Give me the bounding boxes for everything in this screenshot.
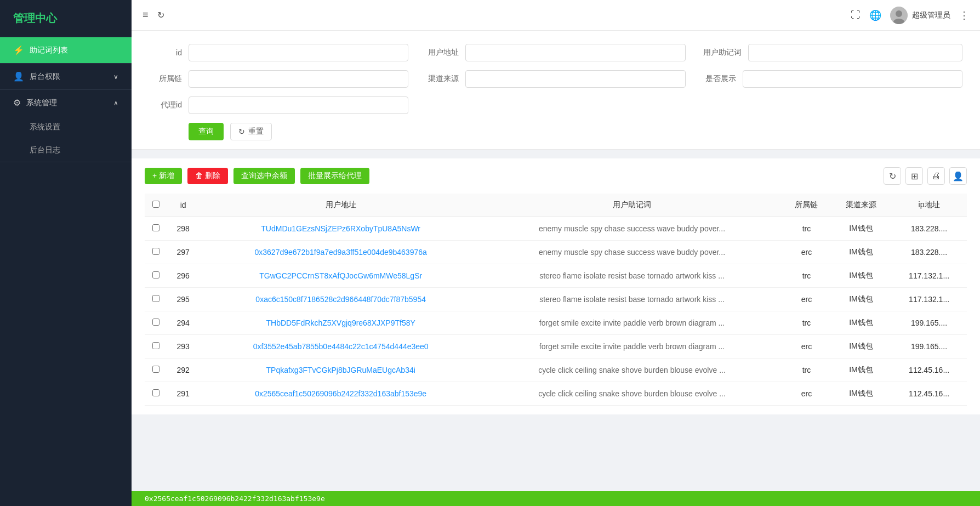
topbar-left: ≡ ↻ (143, 9, 164, 21)
sidebar-group-permission: 👤 后台权限 ∨ (0, 64, 132, 90)
row-chain-4: trc (782, 311, 831, 335)
address-link-7[interactable]: 0x2565ceaf1c50269096b2422f332d163abf153e… (255, 389, 426, 398)
filter-input-chain[interactable] (189, 70, 408, 88)
gear-icon: ⚙ (13, 98, 21, 108)
row-mnemonic-0: enemy muscle spy chase success wave budd… (482, 217, 782, 241)
row-select-checkbox-4[interactable] (152, 319, 159, 326)
row-select-checkbox-2[interactable] (152, 271, 159, 278)
address-link-4[interactable]: THbDD5FdRkchZ5XVgjq9re68XJXP9Tf58Y (266, 319, 415, 327)
row-mnemonic-5: forget smile excite invite paddle verb b… (482, 335, 782, 359)
delete-button[interactable]: 🗑 删除 (187, 168, 228, 184)
filter-row-id: id (149, 44, 408, 61)
row-id-2: 296 (167, 264, 200, 288)
row-mnemonic-7: cycle click ceiling snake shove burden b… (482, 382, 782, 406)
reset-button[interactable]: ↻ 重置 (230, 123, 272, 140)
filter-label-id: id (149, 48, 182, 57)
filter-input-channel[interactable] (465, 70, 685, 88)
address-link-0[interactable]: TUdMDu1GEzsNSjZEPz6RXobyTpU8A5NsWr (261, 224, 420, 233)
filter-label-agent-id: 代理id (149, 100, 182, 110)
more-icon[interactable]: ⋮ (959, 9, 969, 21)
sidebar-item-backend-permission[interactable]: 👤 后台权限 ∨ (0, 64, 132, 89)
row-address-2[interactable]: TGwGC2PCCrnST8xAfQJocGw6mMWe58LgSr (200, 264, 482, 288)
user-icon: 👤 (13, 71, 24, 82)
export-icon: 👤 (953, 171, 964, 181)
row-select-checkbox-5[interactable] (152, 342, 159, 349)
row-ip-2: 117.132.1... (891, 264, 967, 288)
header-id: id (167, 194, 200, 217)
row-address-7[interactable]: 0x2565ceaf1c50269096b2422f332d163abf153e… (200, 382, 482, 406)
row-address-5[interactable]: 0xf3552e45ab7855b0e4484c22c1c4754d444e3e… (200, 335, 482, 359)
filter-input-show-status[interactable] (743, 70, 962, 88)
sidebar-item-label: 后台权限 (30, 72, 60, 82)
menu-icon[interactable]: ≡ (143, 9, 149, 21)
row-chain-1: erc (782, 241, 831, 264)
toolbar-export-button[interactable]: 👤 (949, 167, 967, 185)
row-select-checkbox-3[interactable] (152, 295, 159, 302)
row-channel-6: IM钱包 (831, 359, 891, 382)
address-link-2[interactable]: TGwGC2PCCrnST8xAfQJocGw6mMWe58LgSr (259, 271, 422, 280)
row-channel-4: IM钱包 (831, 311, 891, 335)
header-ip: ip地址 (891, 194, 967, 217)
table-row: 296 TGwGC2PCCrnST8xAfQJocGw6mMWe58LgSr s… (145, 264, 967, 288)
row-address-0[interactable]: TUdMDu1GEzsNSjZEPz6RXobyTpU8A5NsWr (200, 217, 482, 241)
row-id-4: 294 (167, 311, 200, 335)
sidebar-item-system-settings[interactable]: 系统设置 (0, 116, 132, 139)
filter-row-channel: 渠道来源 (426, 70, 685, 88)
topbar-right: ⛶ 🌐 超级管理员 ⋮ (851, 7, 969, 24)
sidebar-group-mnemonic: ⚡ 助记词列表 (0, 37, 132, 64)
row-address-1[interactable]: 0x3627d9e672b1f9a7ed9a3ff51e004de9b46397… (200, 241, 482, 264)
globe-icon[interactable]: 🌐 (869, 9, 881, 21)
row-id-1: 297 (167, 241, 200, 264)
add-button[interactable]: + 新增 (145, 168, 182, 184)
sidebar-item-system-management[interactable]: ⚙ 系统管理 ∧ (0, 90, 132, 116)
topbar-username: 超级管理员 (912, 10, 950, 20)
table-header-row: id 用户地址 用户助记词 所属链 渠道来源 ip地址 (145, 194, 967, 217)
address-link-3[interactable]: 0xac6c150c8f7186528c2d966448f70dc7f87b59… (255, 295, 426, 304)
address-link-1[interactable]: 0x3627d9e672b1f9a7ed9a3ff51e004de9b46397… (255, 248, 427, 257)
batch-show-button[interactable]: 批量展示给代理 (300, 168, 369, 184)
row-checkbox-3 (145, 288, 167, 311)
row-select-checkbox-7[interactable] (152, 389, 159, 396)
sidebar-item-mnemonic-list[interactable]: ⚡ 助记词列表 (0, 37, 132, 63)
row-mnemonic-6: cycle click ceiling snake shove burden b… (482, 359, 782, 382)
row-select-checkbox-1[interactable] (152, 248, 159, 255)
row-id-5: 293 (167, 335, 200, 359)
query-balance-button[interactable]: 查询选中余额 (233, 168, 295, 184)
toolbar-print-button[interactable]: 🖨 (927, 167, 945, 185)
row-checkbox-2 (145, 264, 167, 288)
row-ip-3: 117.132.1... (891, 288, 967, 311)
refresh-icon[interactable]: ↻ (157, 10, 164, 20)
bottom-highlight-bar: 0x2565ceaf1c50269096b2422f332d163abf153e… (132, 491, 980, 506)
filter-grid: id 用户地址 用户助记词 所属链 渠道来源 (149, 44, 962, 114)
row-checkbox-0 (145, 217, 167, 241)
row-channel-7: IM钱包 (831, 382, 891, 406)
row-address-3[interactable]: 0xac6c150c8f7186528c2d966448f70dc7f87b59… (200, 288, 482, 311)
sidebar-item-label: 助记词列表 (30, 46, 68, 55)
sidebar-item-backend-log[interactable]: 后台日志 (0, 139, 132, 162)
select-all-checkbox[interactable] (152, 201, 159, 208)
row-select-checkbox-0[interactable] (152, 224, 159, 231)
filter-input-user-address[interactable] (465, 44, 685, 61)
toolbar-columns-button[interactable]: ⊞ (905, 167, 923, 185)
sidebar-group-system: ⚙ 系统管理 ∧ 系统设置 后台日志 (0, 90, 132, 162)
filter-input-agent-id[interactable] (189, 96, 408, 114)
refresh-icon: ↻ (889, 171, 896, 181)
topbar-user[interactable]: 超级管理员 (890, 7, 950, 24)
address-link-5[interactable]: 0xf3552e45ab7855b0e4484c22c1c4754d444e3e… (253, 342, 429, 351)
row-select-checkbox-6[interactable] (152, 366, 159, 373)
header-user-mnemonic: 用户助记词 (482, 194, 782, 217)
filter-label-show-status: 是否展示 (703, 74, 736, 84)
toolbar-refresh-button[interactable]: ↻ (884, 167, 901, 185)
fullscreen-icon[interactable]: ⛶ (851, 9, 861, 21)
row-address-4[interactable]: THbDD5FdRkchZ5XVgjq9re68XJXP9Tf58Y (200, 311, 482, 335)
row-chain-3: erc (782, 288, 831, 311)
row-address-6[interactable]: TPqkafxg3FTvCGkPj8bJGRuMaEUgcAb34i (200, 359, 482, 382)
filter-input-id[interactable] (189, 44, 408, 61)
filter-input-user-mnemonic[interactable] (748, 44, 962, 61)
columns-icon: ⊞ (911, 171, 918, 181)
search-button[interactable]: 查询 (189, 123, 224, 140)
sidebar-item-label: 系统管理 (26, 98, 57, 108)
row-ip-0: 183.228.... (891, 217, 967, 241)
topbar: ≡ ↻ ⛶ 🌐 超级管理员 ⋮ (132, 0, 980, 31)
address-link-6[interactable]: TPqkafxg3FTvCGkPj8bJGRuMaEUgcAb34i (266, 366, 415, 374)
